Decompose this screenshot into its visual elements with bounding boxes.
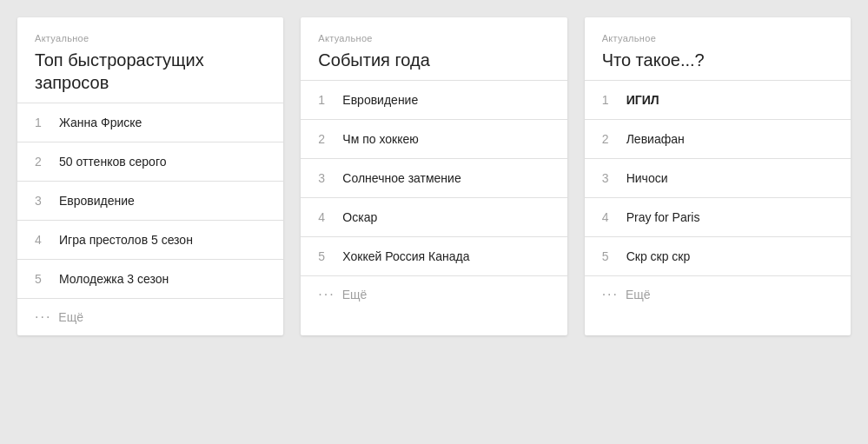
item-text: Ничоси <box>626 171 668 185</box>
list-item: 4Игра престолов 5 сезон <box>17 221 283 260</box>
card-footer-2[interactable]: ···Ещё <box>585 276 851 313</box>
card-events-of-year: АктуальноеСобытия года1Евровидение2Чм по… <box>301 17 567 335</box>
card-title-0: Топ быстрорастущих запросов <box>35 49 266 94</box>
list-item: 1Евровидение <box>301 81 567 120</box>
list-item: 1Жанна Фриске <box>17 103 283 142</box>
item-text: Pray for Paris <box>626 210 700 224</box>
item-text: Левиафан <box>626 132 685 146</box>
item-number: 3 <box>602 171 626 185</box>
item-text: Жанна Фриске <box>59 116 142 129</box>
item-number: 4 <box>602 210 626 224</box>
card-title-2: Что такое...? <box>602 49 833 71</box>
item-number: 1 <box>35 116 59 129</box>
card-label-2: Актуальное <box>602 33 833 43</box>
item-number: 4 <box>318 210 342 224</box>
more-dots-icon: ··· <box>318 287 335 302</box>
list-item: 4Оскар <box>301 198 567 237</box>
item-number: 3 <box>318 171 342 185</box>
footer-more-label: Ещё <box>342 288 368 302</box>
card-footer-1[interactable]: ···Ещё <box>301 276 567 313</box>
item-number: 5 <box>318 249 342 263</box>
item-text: Евровидение <box>342 93 418 107</box>
list-item: 4Pray for Paris <box>585 198 851 237</box>
item-text: ИГИЛ <box>626 93 659 107</box>
list-item: 3Евровидение <box>17 182 283 221</box>
item-text: Оскар <box>342 210 377 224</box>
more-dots-icon: ··· <box>602 287 619 302</box>
card-top-growing: АктуальноеТоп быстрорастущих запросов1Жа… <box>17 17 283 335</box>
item-number: 2 <box>602 132 626 146</box>
card-list-1: 1Евровидение2Чм по хоккею3Солнечное затм… <box>301 81 567 276</box>
card-header-1: АктуальноеСобытия года <box>301 17 567 81</box>
item-text: Хоккей Россия Канада <box>342 249 469 263</box>
item-text: Молодежка 3 сезон <box>59 272 169 286</box>
item-number: 5 <box>35 272 59 286</box>
list-item: 1ИГИЛ <box>585 81 851 120</box>
card-footer-0[interactable]: ···Ещё <box>17 299 283 335</box>
footer-more-label: Ещё <box>58 310 83 324</box>
item-text: Игра престолов 5 сезон <box>59 233 193 247</box>
card-header-0: АктуальноеТоп быстрорастущих запросов <box>17 17 283 103</box>
cards-container: АктуальноеТоп быстрорастущих запросов1Жа… <box>17 17 851 335</box>
item-number: 1 <box>602 93 626 107</box>
list-item: 3Солнечное затмение <box>301 159 567 198</box>
item-text: Чм по хоккею <box>342 132 418 146</box>
footer-more-label: Ещё <box>626 288 651 302</box>
list-item: 5Хоккей Россия Канада <box>301 237 567 276</box>
item-text: Скр скр скр <box>626 249 691 263</box>
list-item: 5Скр скр скр <box>585 237 851 276</box>
card-title-1: События года <box>318 49 549 71</box>
more-dots-icon: ··· <box>35 309 51 325</box>
card-list-2: 1ИГИЛ2Левиафан3Ничоси4Pray for Paris5Скр… <box>585 81 851 276</box>
item-number: 4 <box>35 233 59 247</box>
card-label-1: Актуальное <box>318 33 549 43</box>
item-number: 2 <box>35 155 59 169</box>
item-number: 2 <box>318 132 342 146</box>
list-item: 2Чм по хоккею <box>301 120 567 159</box>
list-item: 2Левиафан <box>585 120 851 159</box>
list-item: 3Ничоси <box>585 159 851 198</box>
list-item: 5Молодежка 3 сезон <box>17 260 283 299</box>
item-number: 3 <box>35 194 59 208</box>
item-text: Солнечное затмение <box>342 171 461 185</box>
card-header-2: АктуальноеЧто такое...? <box>585 17 851 81</box>
item-number: 1 <box>318 93 342 107</box>
card-what-is: АктуальноеЧто такое...?1ИГИЛ2Левиафан3Ни… <box>585 17 851 335</box>
item-text: Евровидение <box>59 194 135 208</box>
card-list-0: 1Жанна Фриске250 оттенков серого3Евровид… <box>17 103 283 299</box>
item-number: 5 <box>602 249 626 263</box>
list-item: 250 оттенков серого <box>17 142 283 182</box>
item-text: 50 оттенков серого <box>59 155 166 169</box>
card-label-0: Актуальное <box>35 33 266 43</box>
